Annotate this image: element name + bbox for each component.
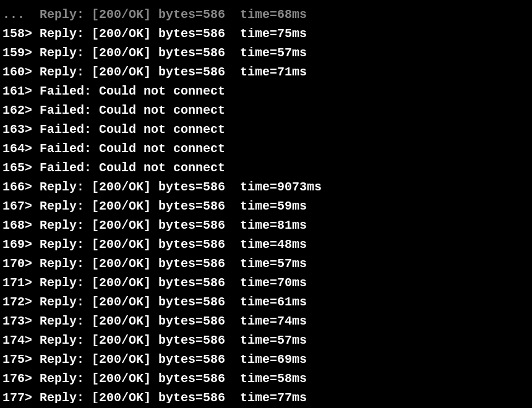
terminal-line: 162> Failed: Could not connect	[2, 101, 530, 120]
terminal-line: 172> Reply: [200/OK] bytes=586 time=61ms	[2, 292, 530, 312]
terminal-output: ... Reply: [200/OK] bytes=586 time=68ms1…	[2, 5, 530, 403]
terminal-line: 160> Reply: [200/OK] bytes=586 time=71ms	[2, 62, 530, 82]
terminal-line: 164> Failed: Could not connect	[2, 139, 530, 158]
terminal-line: 168> Reply: [200/OK] bytes=586 time=81ms	[2, 216, 530, 235]
terminal-line: 166> Reply: [200/OK] bytes=586 time=9073…	[2, 177, 530, 197]
terminal-line: 158> Reply: [200/OK] bytes=586 time=75ms	[2, 24, 530, 43]
terminal-line: 171> Reply: [200/OK] bytes=586 time=70ms	[2, 273, 530, 292]
terminal-line: 174> Reply: [200/OK] bytes=586 time=57ms	[2, 331, 530, 350]
terminal-line: 169> Reply: [200/OK] bytes=586 time=48ms	[2, 235, 530, 254]
terminal-line: 167> Reply: [200/OK] bytes=586 time=59ms	[2, 197, 530, 216]
terminal-line: 159> Reply: [200/OK] bytes=586 time=57ms	[2, 43, 530, 62]
terminal-line: 170> Reply: [200/OK] bytes=586 time=57ms	[2, 254, 530, 273]
terminal-line: 161> Failed: Could not connect	[2, 82, 530, 101]
terminal-line: 176> Reply: [200/OK] bytes=586 time=58ms	[2, 369, 530, 388]
terminal-line: ... Reply: [200/OK] bytes=586 time=68ms	[2, 5, 530, 24]
terminal-line: 177> Reply: [200/OK] bytes=586 time=77ms	[2, 388, 530, 403]
terminal-line: 175> Reply: [200/OK] bytes=586 time=69ms	[2, 350, 530, 369]
terminal-line: 173> Reply: [200/OK] bytes=586 time=74ms	[2, 312, 530, 331]
terminal-line: 165> Failed: Could not connect	[2, 158, 530, 177]
terminal-line: 163> Failed: Could not connect	[2, 120, 530, 139]
